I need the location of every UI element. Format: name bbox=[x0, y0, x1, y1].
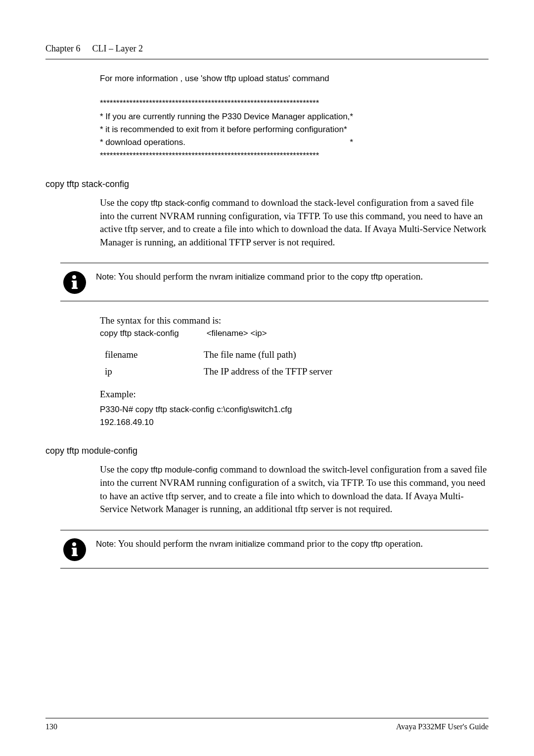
section2-body: Use the copy tftp module-config command … bbox=[100, 463, 489, 516]
guide-title: Avaya P332MF User's Guide bbox=[396, 722, 489, 731]
page-number: 130 bbox=[45, 722, 57, 731]
note1-cmd1: nvram initialize bbox=[210, 272, 265, 282]
section2-body-pre: Use the bbox=[100, 464, 131, 474]
param-desc-filename: The file name (full path) bbox=[204, 349, 296, 360]
page-content: For more information , use 'show tftp up… bbox=[45, 72, 489, 162]
page-footer: 130 Avaya P332MF User's Guide bbox=[45, 718, 489, 731]
note1-pre: You should perform the bbox=[116, 271, 210, 282]
param-desc-ip: The IP address of the TFTP server bbox=[204, 366, 332, 377]
intro-line-3: * download operations. * bbox=[100, 136, 353, 149]
intro-line-3a: * download operations. bbox=[100, 136, 185, 149]
chapter-title: CLI – Layer 2 bbox=[92, 44, 142, 54]
info-icon bbox=[63, 538, 86, 561]
param-name-ip: ip bbox=[100, 366, 204, 377]
section1-body-pre: Use the bbox=[100, 197, 131, 208]
intro-stars-1: ****************************************… bbox=[100, 97, 489, 110]
param-row-ip: ip The IP address of the TFTP server bbox=[100, 366, 489, 377]
note-block-2: Note: You should perform the nvram initi… bbox=[60, 530, 489, 568]
syntax-args: <filename> <ip> bbox=[207, 329, 267, 338]
intro-line-2: * it is recommended to exit from it befo… bbox=[100, 123, 489, 136]
section1-body: Use the copy tftp stack-config command t… bbox=[100, 196, 489, 249]
section1-body-cmd: copy tftp stack-config bbox=[131, 198, 210, 208]
note-text-1: Note: You should perform the nvram initi… bbox=[96, 270, 425, 284]
note-label-1: Note: bbox=[96, 272, 116, 282]
note-label-2: Note: bbox=[96, 539, 116, 549]
page-header: Chapter 6 CLI – Layer 2 bbox=[45, 44, 489, 59]
intro-line-3b: * bbox=[350, 136, 353, 149]
note2-cmd2: copy tftp bbox=[351, 539, 383, 549]
note1-mid: command prior to the bbox=[265, 271, 351, 282]
example-line-1: P330-N# copy tftp stack-config c:\config… bbox=[100, 403, 489, 416]
section2-body-cmd: copy tftp module-config bbox=[131, 465, 218, 474]
note-text-2: Note: You should perform the nvram initi… bbox=[96, 537, 425, 551]
note2-mid: command prior to the bbox=[265, 538, 351, 549]
note2-pre: You should perform the bbox=[116, 538, 210, 549]
syntax-label: The syntax for this command is: bbox=[100, 314, 489, 328]
intro-line-1: * If you are currently running the P330 … bbox=[100, 110, 489, 123]
example-line-2: 192.168.49.10 bbox=[100, 416, 489, 429]
note1-cmd2: copy tftp bbox=[351, 272, 383, 282]
note2-post: operation. bbox=[383, 538, 423, 549]
chapter-number: Chapter 6 bbox=[45, 44, 80, 54]
info-icon bbox=[63, 271, 86, 294]
note2-cmd1: nvram initialize bbox=[210, 539, 265, 549]
example-label: Example: bbox=[100, 388, 489, 401]
intro-more-info: For more information , use 'show tftp up… bbox=[100, 72, 489, 85]
syntax-cmd: copy tftp stack-config bbox=[100, 329, 179, 338]
intro-stars-2: ****************************************… bbox=[100, 149, 489, 162]
param-name-filename: filename bbox=[100, 349, 204, 360]
note-block-1: Note: You should perform the nvram initi… bbox=[60, 263, 489, 301]
param-row-filename: filename The file name (full path) bbox=[100, 349, 489, 360]
note1-post: operation. bbox=[383, 271, 423, 282]
section-heading-stack-config: copy tftp stack-config bbox=[45, 179, 489, 189]
section-heading-module-config: copy tftp module-config bbox=[45, 446, 489, 456]
